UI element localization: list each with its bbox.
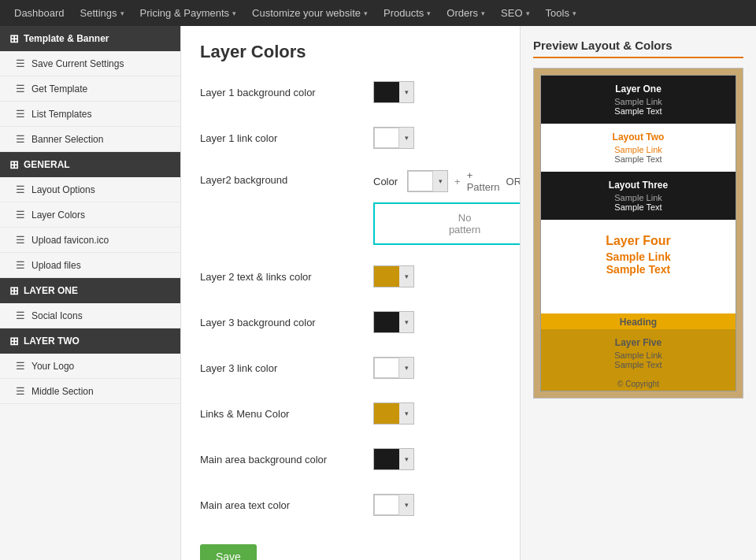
chevron-down-icon: ▾ (232, 9, 236, 17)
chevron-down-icon: ▾ (399, 266, 413, 287)
list-icon: ☰ (16, 108, 25, 120)
layer1-bg-picker[interactable]: ▾ (373, 81, 414, 103)
preview-layer-five: Layer Five Sample Link Sample Text (541, 329, 736, 377)
layer1-link-label: Layer 1 link color (200, 132, 373, 144)
sidebar-item-layer-colors[interactable]: ☰ Layer Colors (0, 202, 180, 228)
sidebar-item-list-templates[interactable]: ☰ List Templates (0, 102, 180, 127)
main-area-text-picker[interactable]: ▾ (373, 494, 414, 516)
chevron-down-icon: ▾ (399, 495, 413, 515)
main-area-text-swatch (374, 495, 399, 515)
nav-dashboard[interactable]: Dashboard (6, 0, 72, 26)
sidebar-item-get-template[interactable]: ☰ Get Template (0, 76, 180, 102)
chevron-down-icon: ▾ (399, 312, 413, 332)
chevron-down-icon: ▾ (526, 9, 530, 17)
chevron-down-icon: ▾ (399, 449, 413, 469)
chevron-down-icon: ▾ (364, 9, 368, 17)
save-button[interactable]: Save (200, 544, 257, 560)
layer2-bg-controls: Color ▾ + + Pattern OR Image No pattern (373, 169, 520, 245)
layer3-link-swatch (374, 358, 399, 378)
chevron-down-icon: ▾ (399, 403, 413, 424)
pattern-link[interactable]: + Pattern (467, 169, 500, 193)
nav-customize[interactable]: Customize your website ▾ (244, 0, 376, 26)
layer1-link-swatch (374, 128, 399, 148)
list-icon: ☰ (16, 234, 25, 246)
grid-icon: ⊞ (9, 32, 19, 45)
plus-icon: + (454, 176, 461, 187)
layer2-text-links-label: Layer 2 text & links color (200, 271, 373, 283)
chevron-down-icon: ▾ (399, 128, 413, 148)
layer3-bg-label: Layer 3 background color (200, 317, 373, 328)
sidebar-item-your-logo[interactable]: ☰ Your Logo (0, 354, 180, 379)
nav-products[interactable]: Products ▾ (376, 0, 439, 26)
sidebar-item-upload-favicon[interactable]: ☰ Upload favicon.ico (0, 228, 180, 253)
sidebar-section-general[interactable]: ⊞ GENERAL (0, 152, 180, 177)
layer2-bg-swatch (408, 171, 433, 191)
preview-panel: Preview Layout & Colors Layer One Sample… (520, 26, 756, 560)
list-icon: ☰ (16, 259, 25, 271)
links-menu-label: Links & Menu Color (200, 408, 373, 420)
preview-layer-five-heading: Heading (541, 313, 736, 329)
main-content: Layer Colors Layer 1 background color ▾ … (181, 26, 520, 560)
layer2-color-label: Color (373, 176, 398, 187)
preview-layer-one: Layer One Sample Link Sample Text (541, 76, 736, 124)
chevron-down-icon: ▾ (399, 358, 413, 378)
preview-layer-three: Layout Three Sample Link Sample Text (541, 172, 736, 220)
main-area-bg-label: Main area background color (200, 454, 373, 465)
layer1-link-row: Layer 1 link color ▾ (200, 124, 501, 152)
layer2-bg-picker[interactable]: ▾ (407, 170, 448, 192)
list-icon: ☰ (16, 184, 25, 195)
grid-icon: ⊞ (9, 158, 19, 171)
layer1-bg-label: Layer 1 background color (200, 87, 373, 98)
chevron-down-icon: ▾ (427, 9, 431, 17)
sidebar-item-social-icons[interactable]: ☰ Social Icons (0, 303, 180, 328)
list-icon: ☰ (16, 133, 25, 145)
links-menu-row: Links & Menu Color ▾ (200, 399, 501, 428)
list-icon: ☰ (16, 385, 25, 397)
layer2-text-links-swatch (374, 266, 399, 287)
preview-title: Preview Layout & Colors (533, 39, 743, 58)
sidebar-section-layer-two[interactable]: ⊞ LAYER TWO (0, 328, 180, 354)
nav-seo[interactable]: SEO ▾ (493, 0, 537, 26)
layer3-bg-picker[interactable]: ▾ (373, 311, 414, 333)
layer3-bg-row: Layer 3 background color ▾ (200, 308, 501, 336)
sidebar-section-template-banner[interactable]: ⊞ Template & Banner (0, 26, 180, 51)
nav-tools[interactable]: Tools ▾ (538, 0, 584, 26)
nav-orders[interactable]: Orders ▾ (439, 0, 493, 26)
preview-copyright: © Copyright (541, 377, 736, 391)
list-icon: ☰ (16, 310, 25, 321)
preview-spacer (541, 290, 736, 313)
layer2-text-links-picker[interactable]: ▾ (373, 265, 414, 287)
layer2-text-links-row: Layer 2 text & links color ▾ (200, 262, 501, 291)
links-menu-swatch (374, 403, 399, 424)
list-icon: ☰ (16, 209, 25, 221)
main-area-text-label: Main area text color (200, 499, 373, 511)
main-area-text-row: Main area text color ▾ (200, 491, 501, 519)
sidebar-item-layout-options[interactable]: ☰ Layout Options (0, 177, 180, 202)
sidebar-section-layer-one[interactable]: ⊞ LAYER ONE (0, 278, 180, 303)
links-menu-picker[interactable]: ▾ (373, 402, 414, 425)
layer1-bg-swatch (374, 82, 399, 102)
sidebar-item-upload-files[interactable]: ☰ Upload files (0, 253, 180, 278)
main-area-bg-row: Main area background color ▾ (200, 445, 501, 473)
chevron-down-icon: ▾ (120, 9, 124, 17)
sidebar: ⊞ Template & Banner ☰ Save Current Setti… (0, 26, 181, 560)
layer1-bg-row: Layer 1 background color ▾ (200, 78, 501, 106)
layer2-bg-inline: Color ▾ + + Pattern OR Image (373, 169, 520, 193)
sidebar-item-banner-selection[interactable]: ☰ Banner Selection (0, 127, 180, 152)
nav-settings[interactable]: Settings ▾ (72, 0, 132, 26)
preview-layer-two: Layout Two Sample Link Sample Text (541, 124, 736, 172)
chevron-down-icon: ▾ (399, 82, 413, 102)
layer3-link-label: Layer 3 link color (200, 362, 373, 374)
layer3-link-picker[interactable]: ▾ (373, 357, 414, 379)
nav-pricing[interactable]: Pricing & Payments ▾ (132, 0, 244, 26)
chevron-down-icon: ▾ (433, 171, 447, 191)
sidebar-item-middle-section[interactable]: ☰ Middle Section (0, 379, 180, 404)
layer3-link-row: Layer 3 link color ▾ (200, 354, 501, 382)
sidebar-item-save-settings[interactable]: ☰ Save Current Settings (0, 51, 180, 76)
chevron-down-icon: ▾ (481, 9, 485, 17)
grid-icon: ⊞ (9, 335, 19, 347)
main-area-bg-picker[interactable]: ▾ (373, 448, 414, 470)
no-pattern-box: No pattern (373, 202, 520, 245)
preview-frame: Layer One Sample Link Sample Text Layout… (533, 68, 743, 399)
layer1-link-picker[interactable]: ▾ (373, 127, 414, 149)
